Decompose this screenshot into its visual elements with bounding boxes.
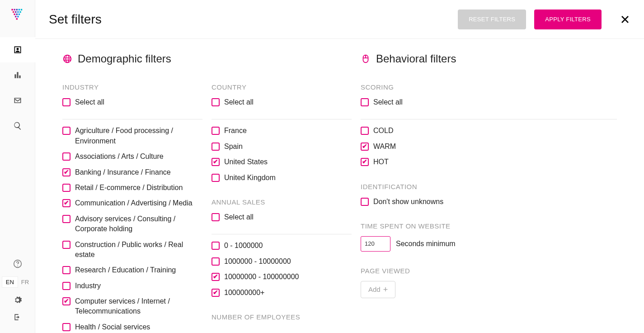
filter-option-label: Construction / Public works / Real estat…: [75, 240, 202, 260]
nav-contacts[interactable]: [0, 37, 35, 62]
checkbox[interactable]: [212, 158, 220, 166]
user-card-icon: [13, 45, 22, 54]
svg-rect-8: [19, 11, 21, 13]
add-page-viewed-button[interactable]: Add +: [361, 281, 395, 298]
filter-option[interactable]: Banking / Insurance / Finance: [62, 167, 202, 177]
checkbox[interactable]: [62, 297, 71, 305]
filter-option[interactable]: Agriculture / Food processing / Environm…: [62, 126, 202, 146]
employees-group: Number of Employees: [212, 313, 352, 321]
identification-item[interactable]: Don't show unknowns: [361, 197, 617, 207]
demographic-title: Demographic filters: [62, 52, 352, 65]
checkbox[interactable]: [212, 174, 220, 182]
scoring-select-all[interactable]: Select all: [361, 97, 617, 107]
checkbox[interactable]: [212, 98, 220, 106]
filter-option[interactable]: Associations / Arts / Culture: [62, 152, 202, 162]
filter-option-label: United States: [224, 157, 352, 167]
filter-option-label: 0 - 1000000: [224, 241, 352, 251]
country-select-all[interactable]: Select all: [212, 97, 352, 107]
checkbox[interactable]: [212, 143, 220, 151]
industry-group: Industry Select all Agriculture / Food p…: [62, 83, 202, 332]
checkbox[interactable]: [212, 257, 220, 266]
filter-option[interactable]: 1000000 - 10000000: [212, 257, 352, 266]
nav-help[interactable]: [0, 259, 35, 269]
checkbox[interactable]: [361, 158, 369, 166]
checkbox[interactable]: [62, 127, 71, 135]
filter-option[interactable]: United Kingdom: [212, 173, 352, 183]
nav-search[interactable]: [0, 113, 35, 138]
lang-fr[interactable]: FR: [18, 277, 33, 287]
filter-option[interactable]: COLD: [361, 126, 617, 136]
industry-items: Agriculture / Food processing / Environm…: [62, 126, 202, 332]
checkbox[interactable]: [212, 289, 220, 297]
checkbox[interactable]: [62, 215, 71, 223]
checkbox[interactable]: [212, 242, 220, 250]
annual-sales-items: 0 - 10000001000000 - 1000000010000000 - …: [212, 241, 352, 298]
filter-option-label: Computer services / Internet / Telecommu…: [75, 296, 202, 317]
checkbox[interactable]: [361, 198, 369, 206]
time-spent-input[interactable]: [361, 236, 390, 252]
filter-option-label: United Kingdom: [224, 173, 352, 183]
svg-rect-9: [14, 14, 15, 15]
filter-option[interactable]: 10000000 - 100000000: [212, 272, 352, 282]
svg-rect-2: [16, 9, 17, 10]
checkbox[interactable]: [361, 143, 369, 151]
checkbox[interactable]: [62, 98, 71, 106]
svg-rect-12: [15, 16, 16, 17]
filter-option-label: France: [224, 126, 352, 136]
nav-mail[interactable]: [0, 88, 35, 113]
lang-en[interactable]: EN: [2, 277, 18, 287]
filter-option[interactable]: France: [212, 126, 352, 136]
filter-option[interactable]: Construction / Public works / Real estat…: [62, 240, 202, 260]
apply-filters-button[interactable]: APPLY FILTERS: [534, 10, 602, 29]
annual-sales-group: Annual Sales Select all 0 - 100000010000…: [212, 198, 352, 298]
filter-option[interactable]: United States: [212, 157, 352, 167]
bar-chart-icon: [13, 71, 22, 80]
checkbox[interactable]: [62, 152, 71, 161]
filter-option[interactable]: Spain: [212, 142, 352, 152]
filter-option[interactable]: 0 - 1000000: [212, 241, 352, 251]
checkbox[interactable]: [361, 127, 369, 135]
industry-select-all[interactable]: Select all: [62, 97, 202, 107]
search-icon: [13, 121, 22, 130]
annual-sales-select-all[interactable]: Select all: [212, 212, 352, 222]
reset-filters-button[interactable]: RESET FILTERS: [458, 10, 526, 29]
country-items: FranceSpainUnited StatesUnited Kingdom: [212, 126, 352, 183]
nav-logout[interactable]: [0, 313, 35, 322]
filter-option-label: Spain: [224, 142, 352, 152]
nav-analytics[interactable]: [0, 62, 35, 88]
svg-rect-1: [14, 9, 15, 10]
checkbox[interactable]: [212, 273, 220, 281]
checkbox[interactable]: [361, 98, 369, 106]
filter-option[interactable]: Health / Social services: [62, 322, 202, 332]
close-icon: [620, 14, 630, 25]
checkbox[interactable]: [62, 241, 71, 249]
checkbox[interactable]: [62, 168, 71, 176]
svg-rect-0: [11, 9, 13, 10]
checkbox[interactable]: [212, 127, 220, 135]
time-spent-group: Time spent on Website Seconds minimum: [361, 222, 617, 252]
filter-option-label: Advisory services / Consulting / Corpora…: [75, 214, 202, 234]
filter-option[interactable]: Research / Education / Training: [62, 265, 202, 275]
checkbox[interactable]: [62, 282, 71, 290]
page-viewed-group: Page Viewed Add +: [361, 267, 617, 298]
select-all-label: Select all: [224, 97, 352, 107]
checkbox[interactable]: [62, 199, 71, 207]
filter-option[interactable]: Advisory services / Consulting / Corpora…: [62, 214, 202, 234]
filter-option[interactable]: WARM: [361, 142, 617, 152]
select-all-label: Select all: [75, 97, 202, 107]
filter-option[interactable]: Computer services / Internet / Telecommu…: [62, 296, 202, 317]
filter-option-label: Industry: [75, 281, 202, 291]
filter-option[interactable]: Retail / E-commerce / Distribution: [62, 183, 202, 193]
checkbox[interactable]: [212, 213, 220, 221]
filter-option[interactable]: HOT: [361, 157, 617, 167]
checkbox[interactable]: [62, 184, 71, 192]
checkbox[interactable]: [62, 266, 71, 274]
scoring-group: Scoring Select all COLDWARMHOT: [361, 83, 617, 167]
nav-settings[interactable]: [0, 295, 35, 304]
checkbox[interactable]: [62, 323, 71, 331]
close-button[interactable]: [620, 14, 630, 25]
filter-option[interactable]: 100000000+: [212, 288, 352, 298]
identification-label: Identification: [361, 183, 617, 190]
filter-option[interactable]: Communication / Advertising / Media: [62, 198, 202, 208]
filter-option[interactable]: Industry: [62, 281, 202, 291]
